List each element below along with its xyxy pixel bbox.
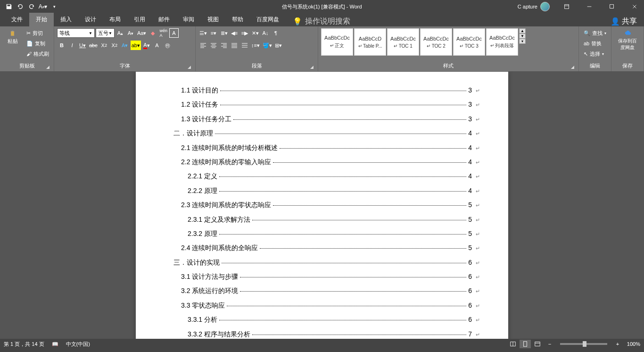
style-card-1[interactable]: AaBbCcD↵ Table P... — [354, 28, 386, 56]
web-layout-icon[interactable] — [532, 340, 543, 348]
undo-icon[interactable] — [15, 1, 25, 12]
styles-launcher-icon[interactable]: ◢ — [571, 65, 577, 70]
highlight-icon[interactable]: ab▾ — [131, 41, 141, 50]
style-card-5[interactable]: AaBbCcDc↵ 列表段落 — [486, 28, 518, 56]
tell-me-search[interactable]: 💡 操作说明搜索 — [293, 17, 350, 26]
toc-entry[interactable]: 2.3 连续时间系统的零状态响应5↵ — [164, 200, 480, 210]
style-more-icon[interactable]: ▾ — [519, 39, 526, 44]
tab-references[interactable]: 引用 — [127, 13, 152, 26]
increase-indent-icon[interactable]: ≡▶ — [240, 28, 249, 38]
font-color-icon[interactable]: A▾ — [142, 41, 151, 50]
align-center-icon[interactable] — [209, 41, 218, 50]
close-icon[interactable] — [625, 0, 644, 13]
sort-icon[interactable]: A↓ — [261, 28, 270, 38]
text-effects-icon[interactable]: A▾ — [120, 41, 130, 50]
zoom-slider[interactable] — [560, 343, 607, 345]
shading-icon[interactable]: 🪣▾ — [262, 41, 273, 50]
zoom-level[interactable]: 100% — [627, 341, 640, 347]
underline-icon[interactable]: U▾ — [78, 41, 87, 50]
multilevel-icon[interactable]: ≣▾ — [219, 28, 229, 38]
asian-layout-icon[interactable]: ✕▾ — [250, 28, 260, 38]
enclose-char-icon[interactable]: ㊕ — [163, 41, 172, 50]
bullets-icon[interactable]: ☰▾ — [198, 28, 208, 38]
align-left-icon[interactable] — [198, 41, 208, 50]
style-down-icon[interactable]: ▼ — [519, 34, 526, 39]
justify-icon[interactable] — [230, 41, 239, 50]
superscript-icon[interactable]: X2 — [110, 41, 119, 50]
subscript-icon[interactable]: X2 — [99, 41, 109, 50]
user-account[interactable]: C apture — [518, 2, 553, 11]
style-card-2[interactable]: AaBbCcDc↵ TOC 1 — [387, 28, 419, 56]
page-count[interactable]: 第 1 页，共 14 页 — [4, 341, 44, 348]
tab-design[interactable]: 设计 — [78, 13, 103, 26]
paste-button[interactable]: 粘贴 — [3, 28, 23, 47]
toc-entry[interactable]: 2.3.1 定义及求解方法5↵ — [164, 214, 480, 225]
numbering-icon[interactable]: ≡▾ — [209, 28, 218, 38]
redo-icon[interactable] — [26, 1, 37, 12]
read-mode-icon[interactable] — [507, 340, 519, 348]
style-card-3[interactable]: AaBbCcDc↵ TOC 2 — [420, 28, 452, 56]
customize-qat-icon[interactable]: ▾ — [49, 1, 59, 12]
phonetic-icon[interactable]: wénA — [158, 28, 168, 38]
style-card-4[interactable]: AaBbCcDc↵ TOC 3 — [453, 28, 485, 56]
copy-button[interactable]: 📄复制 — [25, 39, 51, 48]
char-shading-icon[interactable]: A — [152, 41, 162, 50]
distribute-icon[interactable] — [240, 41, 249, 50]
document-area[interactable]: 1.1 设计目的3↵1.2 设计任务3↵1.3 设计任务分工3↵二．设计原理4↵… — [0, 72, 644, 339]
toc-entry[interactable]: 3.1 设计方法与步骤6↵ — [164, 271, 480, 282]
toc-entry[interactable]: 1.2 设计任务3↵ — [164, 99, 480, 109]
toc-entry[interactable]: 2.3.2 原理5↵ — [164, 228, 480, 239]
tab-help[interactable]: 帮助 — [225, 13, 250, 26]
tab-view[interactable]: 视图 — [201, 13, 225, 26]
decrease-indent-icon[interactable]: ◀≡ — [230, 28, 239, 38]
replace-button[interactable]: ab替换 — [582, 39, 608, 48]
zoom-in-icon[interactable]: + — [612, 340, 623, 348]
toc-entry[interactable]: 三．设计的实现6↵ — [164, 257, 480, 268]
style-up-icon[interactable]: ▲ — [519, 28, 526, 34]
toc-entry[interactable]: 3.3.2 程序与结果分析7↵ — [164, 329, 480, 339]
toc-entry[interactable]: 3.2 系统运行的环境6↵ — [164, 285, 480, 296]
toc-entry[interactable]: 二．设计原理4↵ — [164, 128, 480, 138]
toc-entry[interactable]: 2.1 连续时间系统的时域分析概述4↵ — [164, 142, 480, 153]
borders-icon[interactable]: ⊞▾ — [274, 41, 283, 50]
toc-entry[interactable]: 3.3.1 分析6↵ — [164, 314, 480, 325]
align-right-icon[interactable] — [219, 41, 229, 50]
clear-format-icon[interactable]: ◆ — [148, 28, 157, 38]
spellcheck-icon[interactable]: 📖 — [52, 341, 58, 347]
ribbon-options-icon[interactable] — [557, 0, 576, 13]
bold-icon[interactable]: B — [57, 41, 66, 50]
toc-entry[interactable]: 2.4 连续时间系统的全响应5↵ — [164, 243, 480, 253]
font-name-select[interactable]: 等线▼ — [57, 28, 95, 38]
print-layout-icon[interactable] — [520, 340, 531, 348]
char-border-icon[interactable]: A — [169, 28, 179, 38]
italic-icon[interactable]: I — [67, 41, 77, 50]
change-case-icon[interactable]: Aa▾ — [136, 28, 147, 38]
tab-baidu[interactable]: 百度网盘 — [250, 13, 286, 26]
tab-insert[interactable]: 插入 — [54, 13, 78, 26]
tab-home[interactable]: 开始 — [29, 13, 54, 26]
cut-button[interactable]: ✂剪切 — [25, 28, 51, 38]
tab-review[interactable]: 审阅 — [176, 13, 201, 26]
grow-font-icon[interactable]: A▴ — [116, 28, 125, 38]
language-status[interactable]: 中文(中国) — [66, 341, 90, 348]
maximize-icon[interactable] — [603, 0, 621, 13]
zoom-thumb[interactable] — [583, 341, 586, 347]
format-painter-button[interactable]: 🖌格式刷 — [25, 49, 51, 59]
save-baidu-button[interactable]: 保存到百度网盘 — [614, 28, 641, 53]
shrink-font-icon[interactable]: A▾ — [126, 28, 135, 38]
tab-file[interactable]: 文件 — [5, 13, 29, 26]
share-button[interactable]: 👤 共享 — [611, 17, 637, 26]
save-icon[interactable] — [4, 1, 14, 12]
show-marks-icon[interactable]: ¶ — [271, 28, 281, 38]
toc-entry[interactable]: 3.3 零状态响应6↵ — [164, 300, 480, 310]
tab-mailings[interactable]: 邮件 — [152, 13, 176, 26]
paragraph-launcher-icon[interactable]: ◢ — [310, 65, 316, 70]
toc-entry[interactable]: 2.2.1 定义4↵ — [164, 171, 480, 181]
minimize-icon[interactable] — [580, 0, 599, 13]
select-button[interactable]: ↖选择▾ — [582, 49, 608, 59]
clipboard-launcher-icon[interactable]: ◢ — [46, 65, 52, 70]
strikethrough-icon[interactable]: abc — [88, 41, 99, 50]
find-button[interactable]: 🔍查找▾ — [582, 28, 608, 38]
tab-layout[interactable]: 布局 — [103, 13, 127, 26]
font-size-select[interactable]: 五号▼ — [96, 28, 115, 38]
